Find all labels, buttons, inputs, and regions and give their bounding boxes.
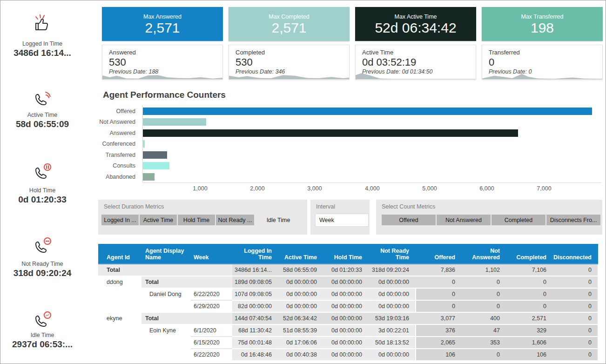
chart-bar-answered[interactable]: [143, 129, 518, 137]
cell: 50d 18:13:52: [368, 337, 415, 349]
cell: 47: [461, 325, 506, 337]
cell: 0: [461, 289, 506, 301]
cell: 0: [506, 301, 552, 313]
kpi-card-max-active-time: Max Active Time 52d 06:34:42: [355, 7, 476, 41]
cell: [141, 349, 191, 361]
table-header-row: Agent Id Agent DisplayName Week Logged I…: [98, 244, 598, 264]
cell: [191, 276, 232, 289]
cell: 400: [461, 313, 506, 325]
chart-bar-consults[interactable]: [143, 162, 169, 169]
stat-label: Completed: [236, 49, 265, 56]
chart-x-tick: 3,000: [301, 185, 329, 192]
filter-button-active-time[interactable]: Active Time: [140, 215, 177, 225]
sidebar-metric-label: Not Ready Time: [0, 261, 84, 267]
kpi-title: Max Transferred: [482, 7, 603, 20]
cell: 106: [506, 349, 552, 361]
cell: 0d 01:20:33: [323, 264, 368, 276]
col-header-week[interactable]: Week: [191, 244, 232, 263]
cell: 0: [552, 264, 598, 276]
cell: 0: [552, 301, 598, 313]
filter-button-completed[interactable]: Completed: [492, 215, 545, 225]
cell: [191, 313, 232, 325]
chart-bar-conferenced[interactable]: [143, 140, 145, 148]
filter-button-logged-in[interactable]: Logged In ...: [101, 215, 139, 225]
chart-x-tick: 7,000: [530, 185, 558, 192]
cell: [141, 337, 191, 349]
table-row-detail: 6/22/2020 0d 16:48:46 0d 00:40:38 0d 00:…: [98, 349, 598, 361]
sidebar-metric-label: Hold Time: [0, 187, 84, 194]
chart-bar-offered[interactable]: [143, 108, 592, 115]
filter-button-hold-time[interactable]: Hold Time: [178, 215, 215, 225]
duration-metrics-panel: Select Duration Metrics Logged In ... Ac…: [98, 200, 307, 235]
kpi-card-max-completed: Max Completed 2,571: [229, 7, 350, 41]
chart-x-tick: 5,000: [416, 185, 444, 192]
interval-panel: Interval Week: [310, 200, 370, 235]
cell: 0d 00:00:00: [323, 276, 368, 289]
filter-button-disconnects[interactable]: Disconnects Fro...: [546, 215, 600, 225]
cell: 0: [461, 349, 506, 361]
cell: 0: [415, 276, 461, 289]
col-header-disconnected[interactable]: Disconnected: [552, 244, 598, 263]
cell: 1,102: [461, 264, 506, 276]
chart-title: Agent Performance Counters: [103, 90, 226, 100]
cell: 6/29/2020: [191, 301, 232, 313]
col-header-completed[interactable]: Completed: [506, 244, 552, 263]
col-header-offered[interactable]: Offered: [415, 244, 461, 263]
kpi-value: 2,571: [102, 20, 223, 36]
chart-y-axis-line: [142, 106, 143, 182]
cell: 0: [415, 301, 461, 313]
stat-card-active-time: Active Time 0d 03:52:19 Previous Date: 0…: [355, 45, 476, 80]
sidebar-metric-value: 58d 06:55:09: [0, 119, 84, 129]
chart-bar-transferred[interactable]: [143, 151, 167, 159]
chart-bar-abandoned[interactable]: [143, 173, 155, 181]
interval-select[interactable]: Week: [315, 214, 369, 227]
cell: [98, 337, 141, 349]
cell: 0: [552, 349, 598, 361]
cell: Daniel Dong: [141, 289, 191, 301]
chart-category-label: Conferenced: [94, 140, 135, 148]
cell: 0d 00:00:00: [323, 325, 368, 337]
cell: 3,077: [415, 313, 461, 325]
kpi-value: 2,571: [229, 20, 350, 36]
chart-category-label: Consults: [94, 162, 135, 169]
phone-not-ready-icon: [32, 236, 53, 256]
col-header-logged-in-time[interactable]: Logged InTime: [232, 244, 278, 263]
filter-option-idle-time[interactable]: Idle Time: [262, 215, 295, 225]
cell: 0d 00:00:00: [278, 289, 323, 301]
stat-value: 0: [489, 56, 494, 68]
kpi-card-max-answered: Max Answered 2,571: [102, 7, 223, 41]
cell: 0d 00:40:38: [278, 349, 323, 361]
cell: ekyne: [98, 313, 141, 325]
sidebar-metric-label: Idle Time: [0, 332, 84, 338]
stat-card-answered: Answered 530 Previous Date: 188: [102, 45, 223, 80]
chart-bar-not-answered[interactable]: [143, 118, 206, 126]
cell: Eoin Kyne: [141, 325, 191, 337]
cell: 52d 06:34:42: [278, 313, 323, 325]
dashboard: Logged In Time 3486d 16:14... Active Tim…: [0, 0, 606, 364]
table-row-detail: 6/29/2020 82d 00:00:00 0d 00:00:00 0d 00…: [98, 301, 598, 313]
filter-button-not-ready[interactable]: Not Ready ...: [216, 215, 254, 225]
chart-category-label: Transferred: [94, 151, 135, 159]
cell: 0: [461, 301, 506, 313]
chart-category-label: Answered: [94, 129, 135, 137]
cell: 0d 00:00:00: [323, 301, 368, 313]
col-header-not-answered[interactable]: NotAnswered: [461, 244, 506, 263]
sparkline-chart: [356, 72, 476, 79]
col-header-not-ready-time[interactable]: Not ReadyTime: [368, 244, 415, 263]
filter-button-not-answered[interactable]: Not Answered: [437, 215, 491, 225]
col-header-active-time[interactable]: Active Time: [278, 244, 323, 263]
stat-value: 0d 03:52:19: [362, 56, 416, 68]
cell: 0: [552, 289, 598, 301]
cell: 0: [552, 337, 598, 349]
cell: 75d 00:01:48: [232, 337, 278, 349]
col-header-agent-id[interactable]: Agent Id: [98, 244, 141, 263]
col-header-hold-time[interactable]: Hold Time: [323, 244, 368, 263]
cell: 82d 00:00:00: [232, 301, 278, 313]
cell: 6/15/2020: [191, 337, 232, 349]
chart-x-axis-line: [143, 182, 601, 183]
thumbs-up-icon: [32, 13, 53, 33]
col-header-agent-display-name[interactable]: Agent DisplayName: [141, 244, 191, 263]
filter-button-offered[interactable]: Offered: [382, 215, 436, 225]
table-row-detail: Daniel Dong 6/22/2020 107d 09:08:05 0d 0…: [98, 289, 598, 301]
cell: 6/22/2020: [191, 349, 232, 361]
